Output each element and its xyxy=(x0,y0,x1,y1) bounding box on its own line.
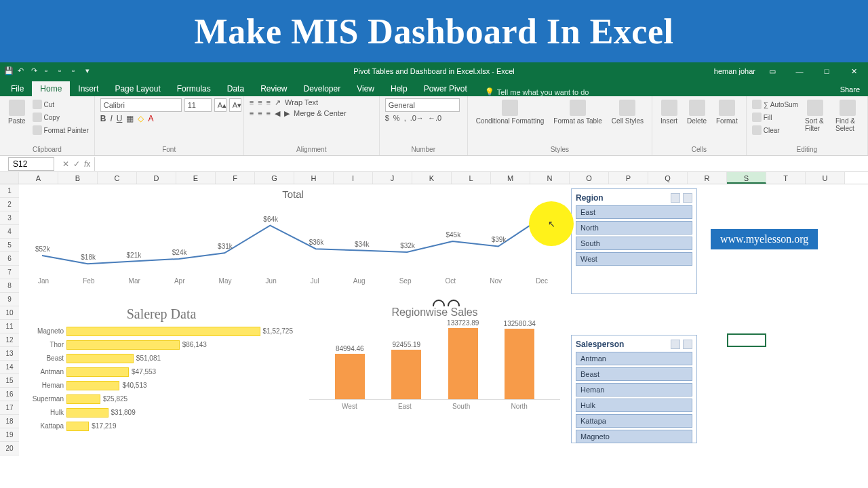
column-header[interactable]: E xyxy=(176,172,216,184)
currency-button[interactable]: $ xyxy=(385,114,389,122)
column-header[interactable]: Q xyxy=(648,172,688,184)
close-icon[interactable]: ✕ xyxy=(844,67,864,76)
maximize-icon[interactable]: □ xyxy=(816,67,837,75)
row-header[interactable]: 9 xyxy=(0,293,19,306)
slicer-item[interactable]: Antman xyxy=(576,352,692,365)
column-header[interactable]: N xyxy=(530,172,570,184)
percent-button[interactable]: % xyxy=(393,114,400,122)
underline-button[interactable]: U xyxy=(117,114,123,123)
delete-cells-button[interactable]: Delete xyxy=(684,98,709,126)
copy-button[interactable]: Copy xyxy=(33,111,89,123)
slicer-item[interactable]: South xyxy=(576,237,692,250)
chart-regionwise[interactable]: Regionwise Sales 84994.4692455.19133723.… xyxy=(309,306,560,430)
qat-dropdown-icon[interactable]: ▾ xyxy=(85,66,95,76)
align-middle-button[interactable]: ≡ xyxy=(258,98,262,107)
select-all-corner[interactable] xyxy=(0,172,19,184)
align-center-button[interactable]: ≡ xyxy=(258,109,262,118)
row-header[interactable]: 11 xyxy=(0,320,19,333)
save-icon[interactable]: 💾 xyxy=(4,66,14,76)
worksheet-grid[interactable]: ABCDEFGHIJKLMNOPQRSTU 123456789101112131… xyxy=(0,172,868,488)
minimize-icon[interactable]: — xyxy=(789,67,810,75)
accept-formula-icon[interactable]: ✓ xyxy=(73,159,80,169)
tab-view[interactable]: View xyxy=(349,81,382,96)
row-header[interactable]: 18 xyxy=(0,415,19,428)
clear-filter-icon[interactable] xyxy=(683,340,692,349)
align-top-button[interactable]: ≡ xyxy=(250,98,254,107)
slicer-item[interactable]: West xyxy=(576,252,692,266)
share-button[interactable]: Share xyxy=(832,83,868,96)
font-color-button[interactable]: A xyxy=(148,114,153,123)
align-bottom-button[interactable]: ≡ xyxy=(267,98,271,107)
column-header[interactable]: M xyxy=(491,172,530,184)
slicer-salesperson[interactable]: Salesperson AntmanBeastHemanHulkKattapaM… xyxy=(571,335,697,443)
slicer-item[interactable]: Beast xyxy=(576,367,692,381)
row-header[interactable]: 3 xyxy=(0,211,19,225)
find-select-button[interactable]: Find & Select xyxy=(833,98,862,134)
conditional-formatting-button[interactable]: Conditional Formatting xyxy=(473,98,547,126)
tab-formulas[interactable]: Formulas xyxy=(169,81,219,96)
column-header[interactable]: J xyxy=(373,172,412,184)
column-header[interactable]: F xyxy=(216,172,255,184)
row-header[interactable]: 1 xyxy=(0,184,19,198)
align-left-button[interactable]: ≡ xyxy=(250,109,254,118)
fx-icon[interactable]: fx xyxy=(84,159,90,169)
column-header[interactable]: S xyxy=(727,172,766,184)
cell-styles-button[interactable]: Cell Styles xyxy=(609,98,646,126)
row-header[interactable]: 5 xyxy=(0,239,19,252)
slicer-region[interactable]: Region EastNorthSouthWest xyxy=(571,188,697,294)
username[interactable]: heman johar xyxy=(714,67,755,75)
row-header[interactable]: 10 xyxy=(0,306,19,320)
tab-power-pivot[interactable]: Power Pivot xyxy=(416,81,475,96)
tab-page-layout[interactable]: Page Layout xyxy=(106,81,168,96)
dec-dec-button[interactable]: ←.0 xyxy=(428,114,441,122)
column-header[interactable]: B xyxy=(58,172,98,184)
column-header[interactable]: A xyxy=(19,172,58,184)
fill-button[interactable]: Fill xyxy=(752,111,798,123)
column-header[interactable]: L xyxy=(452,172,491,184)
format-painter-button[interactable]: Format Painter xyxy=(33,124,89,136)
autosum-button[interactable]: ∑ AutoSum xyxy=(752,98,798,110)
paste-button[interactable]: Paste xyxy=(5,98,28,126)
tab-review[interactable]: Review xyxy=(252,81,295,96)
column-header[interactable]: K xyxy=(412,172,452,184)
tab-file[interactable]: File xyxy=(3,81,32,96)
row-header[interactable]: 2 xyxy=(0,198,19,211)
multiselect-icon[interactable] xyxy=(671,340,680,349)
font-shrink-button[interactable]: A▾ xyxy=(229,98,241,112)
format-cells-button[interactable]: Format xyxy=(713,98,741,126)
tab-insert[interactable]: Insert xyxy=(70,81,106,96)
column-header[interactable]: I xyxy=(334,172,373,184)
tab-data[interactable]: Data xyxy=(219,81,252,96)
multiselect-icon[interactable] xyxy=(671,193,680,203)
align-right-button[interactable]: ≡ xyxy=(267,109,271,118)
merge-center-button[interactable]: Merge & Center xyxy=(294,109,347,118)
redo-icon[interactable]: ↷ xyxy=(31,66,41,76)
slicer-item[interactable]: Hulk xyxy=(576,399,692,412)
cut-button[interactable]: Cut xyxy=(33,98,89,110)
undo-icon[interactable]: ↶ xyxy=(18,66,27,76)
row-header[interactable]: 4 xyxy=(0,225,19,239)
chart-monthly-total[interactable]: Total $52k$18k$21k$24k$31k$64k$36k$34k$3… xyxy=(26,187,560,301)
ribbon-collapse-icon[interactable]: ▭ xyxy=(762,67,783,76)
wrap-text-button[interactable]: Wrap Text xyxy=(285,98,318,107)
tell-me-search[interactable]: 💡 Tell me what you want to do xyxy=(485,87,589,96)
insert-cells-button[interactable]: Insert xyxy=(658,98,680,126)
clear-button[interactable]: Clear xyxy=(752,124,798,136)
fill-color-button[interactable]: ◇ xyxy=(138,114,144,123)
column-header[interactable]: O xyxy=(570,172,609,184)
chart-salerep[interactable]: Salerep Data Magneto$1,52,725Thor$86,143… xyxy=(26,306,297,430)
number-format-combo[interactable]: General xyxy=(385,98,460,112)
column-header[interactable]: U xyxy=(806,172,845,184)
formula-input[interactable] xyxy=(94,157,868,171)
column-header[interactable]: C xyxy=(98,172,137,184)
column-header[interactable]: P xyxy=(609,172,648,184)
tab-help[interactable]: Help xyxy=(382,81,416,96)
slicer-item[interactable]: Heman xyxy=(576,383,692,396)
row-header[interactable]: 17 xyxy=(0,401,19,415)
comma-button[interactable]: , xyxy=(404,114,406,122)
cancel-formula-icon[interactable]: ✕ xyxy=(62,159,69,169)
font-name-combo[interactable]: Calibri xyxy=(100,98,182,112)
row-header[interactable]: 20 xyxy=(0,442,19,455)
column-header[interactable]: D xyxy=(137,172,176,184)
slicer-item[interactable]: East xyxy=(576,205,692,219)
